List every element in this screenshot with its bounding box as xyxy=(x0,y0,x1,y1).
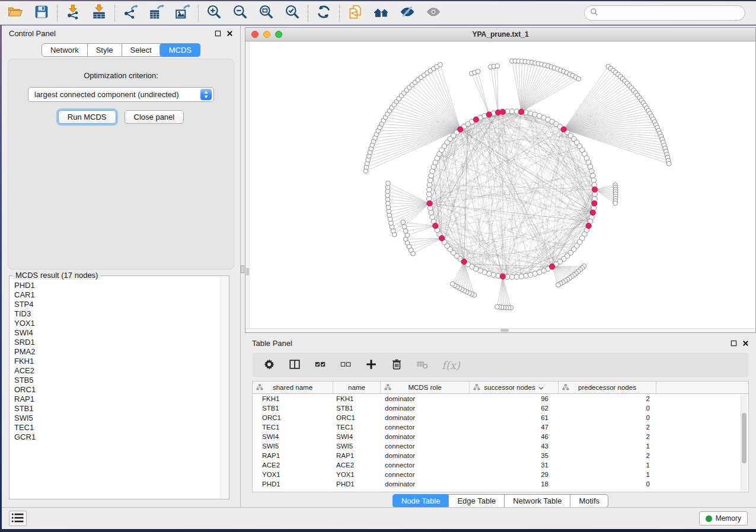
column-header-MCDS-role[interactable]: MCDS role xyxy=(380,382,469,393)
table-cell: dominator xyxy=(380,395,469,402)
zoom-in-button[interactable] xyxy=(205,4,224,23)
table-tab-edge-table[interactable]: Edge Table xyxy=(448,495,504,507)
mcds-result-item[interactable]: SWI5 xyxy=(14,414,220,423)
network-window-titlebar[interactable]: YPA_prune.txt_1 xyxy=(245,28,755,41)
export-table-button[interactable] xyxy=(147,4,166,23)
search-input[interactable] xyxy=(601,7,745,19)
table-row[interactable]: YOX1YOX1connector291 xyxy=(253,470,748,479)
control-panel-title: Control Panel xyxy=(9,29,56,38)
table-tab-network-table[interactable]: Network Table xyxy=(504,495,570,507)
table-cell: 35 xyxy=(469,452,558,459)
unselect-all-columns-button[interactable] xyxy=(340,358,352,372)
zoom-selected-button[interactable] xyxy=(283,4,302,23)
float-table-panel-icon[interactable] xyxy=(731,340,737,347)
export-image-button[interactable] xyxy=(173,4,192,23)
table-row[interactable]: RAP1RAP1dominator352 xyxy=(253,451,748,460)
column-header-shared-name[interactable]: shared name xyxy=(253,382,333,393)
tab-style[interactable]: Style xyxy=(87,44,122,56)
close-panel-button[interactable]: Close panel xyxy=(125,110,184,124)
first-neighbors-icon xyxy=(374,4,389,21)
mcds-result-item[interactable]: TEC1 xyxy=(14,423,220,432)
table-row[interactable]: STB1STB1dominator620 xyxy=(253,403,748,413)
mcds-result-item[interactable]: STB1 xyxy=(14,404,220,414)
mcds-result-item[interactable]: STP4 xyxy=(14,300,220,309)
export-network-button[interactable] xyxy=(121,4,140,23)
table-row[interactable]: SWI4SWI4dominator462 xyxy=(253,432,748,441)
hide-selected-button[interactable] xyxy=(398,4,417,23)
close-panel-icon[interactable] xyxy=(227,30,233,37)
create-column-button[interactable] xyxy=(365,358,377,372)
import-network-button[interactable] xyxy=(63,4,82,23)
mcds-result-title: MCDS result (17 nodes) xyxy=(13,271,100,280)
mcds-result-item[interactable]: TID3 xyxy=(14,309,220,319)
network-canvas[interactable] xyxy=(245,41,755,332)
tab-select[interactable]: Select xyxy=(122,44,160,56)
optimization-criterion-select[interactable]: largest connected component (undirected) xyxy=(28,87,214,102)
column-header-successor-nodes[interactable]: successor nodes xyxy=(469,382,558,393)
table-row[interactable]: ACE2ACE2connector311 xyxy=(253,460,748,470)
table-row[interactable]: ORC1ORC1dominator610 xyxy=(253,413,748,422)
tab-network[interactable]: Network xyxy=(42,44,87,56)
table-cell: 47 xyxy=(469,424,558,431)
zoom-out-button[interactable] xyxy=(231,4,250,23)
refresh-view-button[interactable] xyxy=(314,4,333,23)
tab-mcds[interactable]: MCDS xyxy=(160,43,200,57)
window-minimize-icon[interactable] xyxy=(263,31,270,38)
table-tab-motifs[interactable]: Motifs xyxy=(570,495,608,507)
table-settings-button[interactable] xyxy=(263,358,275,372)
column-header-predecessor-nodes[interactable]: predecessor nodes xyxy=(558,382,656,393)
mcds-result-item[interactable]: YOX1 xyxy=(14,319,220,328)
search-box[interactable] xyxy=(584,5,745,21)
table-row[interactable]: SWI5SWI5connector431 xyxy=(253,441,748,451)
select-all-columns-button[interactable] xyxy=(314,358,326,372)
network-graph[interactable] xyxy=(245,41,755,332)
hide-selected-icon xyxy=(400,4,415,21)
mcds-result-item[interactable]: SWI4 xyxy=(14,328,220,338)
network-horizontal-scrollbar[interactable] xyxy=(245,328,755,332)
table-tab-node-table[interactable]: Node Table xyxy=(393,494,449,508)
mcds-result-item[interactable]: ORC1 xyxy=(14,385,220,395)
export-network-icon xyxy=(123,4,138,21)
task-history-button[interactable] xyxy=(9,511,27,526)
table-row[interactable]: TEC1TEC1connector472 xyxy=(253,422,748,432)
float-panel-icon[interactable] xyxy=(215,30,221,37)
mcds-result-item[interactable]: GCR1 xyxy=(14,432,220,442)
import-table-icon xyxy=(91,4,107,21)
import-table-button[interactable] xyxy=(90,4,109,23)
mcds-result-item[interactable]: SRD1 xyxy=(14,338,220,347)
mcds-result-item[interactable]: FKH1 xyxy=(14,357,220,366)
delete-columns-button[interactable] xyxy=(391,358,403,372)
run-mcds-button[interactable]: Run MCDS xyxy=(58,110,116,124)
window-maximize-icon[interactable] xyxy=(275,31,282,38)
toolbar-separator xyxy=(57,5,58,21)
table-cell: STB1 xyxy=(253,405,333,412)
window-close-icon[interactable] xyxy=(251,31,259,38)
mcds-result-list[interactable]: PHD1CAR1STP4TID3YOX1SWI4SRD1PMA2FKH1ACE2… xyxy=(14,281,220,496)
mcds-result-item[interactable]: STB5 xyxy=(14,376,220,385)
network-vertical-scrollbar[interactable] xyxy=(245,41,250,332)
table-cell: FKH1 xyxy=(333,395,380,402)
table-vertical-scrollbar[interactable] xyxy=(741,395,747,491)
show-all-button[interactable] xyxy=(424,4,443,23)
memory-button[interactable]: Memory xyxy=(699,511,748,525)
table-cell: ORC1 xyxy=(333,414,380,421)
sitemap-icon xyxy=(473,384,480,392)
splitter-handle[interactable] xyxy=(241,265,244,273)
mcds-result-item[interactable]: PMA2 xyxy=(14,347,220,357)
mcds-list-scrollbar[interactable] xyxy=(221,277,228,498)
mcds-result-item[interactable]: CAR1 xyxy=(14,290,220,300)
mcds-result-item[interactable]: ACE2 xyxy=(14,366,220,376)
open-file-button[interactable] xyxy=(6,4,25,23)
first-neighbors-button[interactable] xyxy=(372,4,391,23)
table-row[interactable]: PHD1PHD1dominator180 xyxy=(253,479,748,489)
mcds-result-item[interactable]: PHD1 xyxy=(14,281,220,290)
zoom-fit-button[interactable] xyxy=(257,4,276,23)
table-row[interactable]: FKH1FKH1dominator962 xyxy=(253,394,748,403)
table-cell: dominator xyxy=(380,414,469,421)
clone-network-button[interactable] xyxy=(346,4,365,23)
column-header-name[interactable]: name xyxy=(333,382,380,393)
mcds-result-item[interactable]: RAP1 xyxy=(14,395,220,404)
save-session-button[interactable] xyxy=(32,4,51,23)
close-table-panel-icon[interactable] xyxy=(742,340,749,347)
show-columns-button[interactable] xyxy=(289,358,301,372)
